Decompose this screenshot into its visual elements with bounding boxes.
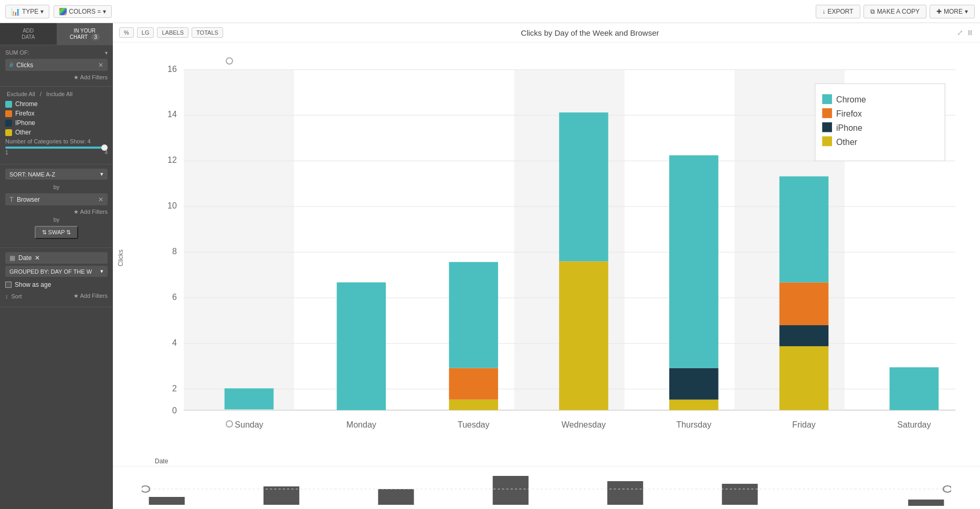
top-toolbar: 📊 TYPE ▾ COLORS = ▾ ↓ EXPORT ⧉ MAKE A CO… [0,0,980,23]
browser-close-icon[interactable]: ✕ [98,196,103,203]
svg-rect-37 [669,155,719,368]
svg-rect-18 [184,70,294,410]
svg-text:Thursday: Thursday [676,420,711,429]
svg-text:6: 6 [172,292,177,302]
svg-rect-29 [449,368,498,400]
iphone-checkbox[interactable] [5,120,12,127]
grouped-by-label: GROUPED BY: DAY OF THE W [9,268,92,275]
category-chrome[interactable]: Chrome [5,100,108,108]
date-label: Date [18,254,31,262]
svg-rect-33 [559,112,608,261]
clicks-label: Clicks [16,61,95,69]
chrome-checkbox[interactable] [5,101,12,108]
add-filters-2[interactable]: Add Filters [5,207,108,216]
drag-handle-bottom[interactable] [226,420,233,428]
export-button[interactable]: ↓ EXPORT [816,5,860,18]
exclude-include[interactable]: Exclude All / Include All [5,91,108,97]
svg-text:Saturday: Saturday [897,420,931,429]
clicks-field-pill[interactable]: # Clicks ✕ [5,59,108,71]
category-other[interactable]: Other [5,129,108,136]
slider-thumb[interactable] [101,144,108,151]
sort-select[interactable]: SORT: NAME A-Z ▾ [5,169,108,180]
browser-label: Browser [17,196,95,203]
minimap-svg [142,471,951,507]
sidebar-tabs: ADD DATA IN YOURCHART 3 [0,23,113,45]
date-field-pill[interactable]: ▦ Date ✕ [5,252,108,264]
clicks-close-icon[interactable]: ✕ [98,61,103,69]
drag-handle-top[interactable] [226,57,233,65]
svg-rect-49 [822,108,832,118]
svg-rect-59 [607,481,643,505]
category-iphone[interactable]: IPhone [5,119,108,127]
slider-container: 1 4 [5,147,108,155]
text-icon: T [9,195,14,203]
svg-rect-46 [815,84,945,161]
lg-button[interactable]: LG [137,27,154,38]
svg-rect-30 [449,262,498,368]
svg-text:8: 8 [172,246,177,256]
colors-label: COLORS = [69,8,101,15]
svg-rect-55 [149,497,185,505]
slider-labels: 1 4 [5,150,108,155]
swap-button[interactable]: ⇅ SWAP ⇅ [35,226,79,239]
firefox-checkbox[interactable] [5,110,12,117]
add-filters-3[interactable]: Add Filters [73,292,108,300]
chart-title: Clicks by Day of the Week and Browser [226,28,954,37]
tab-in-chart[interactable]: IN YOURCHART 3 [57,23,113,45]
svg-text:16: 16 [167,64,177,74]
make-copy-button[interactable]: ⧉ MAKE A COPY [863,5,926,18]
svg-rect-47 [822,94,832,104]
num-categories-label: Number of Categories to Show: 4 [5,138,108,144]
sum-of-label: SUM OF: ▾ [5,49,108,56]
svg-text:4: 4 [172,338,177,347]
pct-button[interactable]: % [119,27,134,38]
svg-text:Monday: Monday [346,420,376,429]
sort-section: SORT: NAME A-Z ▾ by T Browser ✕ Add Filt… [0,164,113,248]
grouped-by-arrow: ▾ [100,268,103,275]
hash-icon: # [9,61,13,69]
add-filters-1[interactable]: Add Filters [5,73,108,82]
svg-rect-56 [264,486,299,505]
category-firefox[interactable]: Firefox [5,110,108,117]
svg-rect-61 [908,500,944,506]
sort-arrow: ▾ [100,171,103,178]
svg-rect-53 [822,137,832,147]
categories-section: Exclude All / Include All Chrome Firefox… [0,87,113,164]
totals-button[interactable]: TOTALS [192,27,223,38]
browser-field-pill[interactable]: T Browser ✕ [5,193,108,205]
svg-text:Friday: Friday [792,420,816,429]
labels-button[interactable]: LABELS [157,27,188,38]
x-axis-label: Date [155,458,168,465]
date-close-icon[interactable]: ✕ [35,254,40,262]
more-button[interactable]: ✚ MORE ▾ [930,5,975,18]
svg-text:iPhone: iPhone [836,123,862,132]
svg-text:12: 12 [167,155,177,164]
chart-area: % LG LABELS TOTALS Clicks by Day of the … [113,23,980,509]
export-icon: ↓ [823,8,826,15]
chart-container: Clicks 0 2 4 6 8 10 12 14 [113,43,980,456]
svg-rect-44 [890,367,939,410]
expand-icon[interactable]: ⤢ [957,28,963,37]
show-age-row: Show as age [5,281,108,288]
chart-icon: 📊 [11,7,20,16]
svg-text:Tuesday: Tuesday [458,420,490,429]
tab-add-data[interactable]: ADD DATA [0,23,57,45]
toolbar-right: ↓ EXPORT ⧉ MAKE A COPY ✚ MORE ▾ [816,5,975,18]
svg-text:Chrome: Chrome [836,95,866,104]
grouped-by-select[interactable]: GROUPED BY: DAY OF THE W ▾ [5,266,108,277]
categories-slider[interactable] [5,147,108,149]
svg-rect-58 [493,476,529,505]
slider-fill [5,147,108,149]
svg-text:2: 2 [172,383,177,393]
pause-icon[interactable]: ⏸ [966,28,974,37]
svg-rect-36 [669,368,719,400]
svg-rect-51 [822,122,832,132]
svg-rect-40 [779,325,829,346]
svg-text:Sunday: Sunday [235,420,263,429]
chart-badge: 3 [91,34,100,40]
type-button[interactable]: 📊 TYPE ▾ [5,5,49,18]
other-checkbox[interactable] [5,129,12,136]
colors-button[interactable]: COLORS = ▾ [54,5,112,18]
by-label-1: by [5,184,108,190]
show-age-checkbox[interactable] [5,282,12,288]
